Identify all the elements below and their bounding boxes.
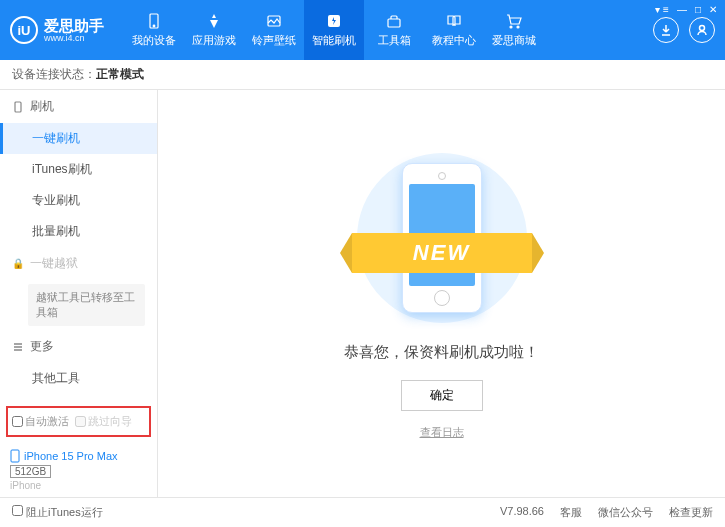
flash-icon [324, 12, 344, 30]
sidebar-item-itunes[interactable]: iTunes刷机 [0, 154, 157, 185]
status-value: 正常模式 [96, 66, 144, 83]
list-icon [12, 341, 24, 353]
cart-icon [504, 12, 524, 30]
nav-my-device[interactable]: 我的设备 [124, 0, 184, 60]
success-message: 恭喜您，保资料刷机成功啦！ [344, 343, 539, 362]
status-bar: 设备连接状态： 正常模式 [0, 60, 725, 90]
footer-update[interactable]: 检查更新 [669, 505, 713, 520]
footer-support[interactable]: 客服 [560, 505, 582, 520]
jailbreak-tip: 越狱工具已转移至工具箱 [28, 284, 145, 326]
menu-group-flash[interactable]: 刷机 [0, 90, 157, 123]
header: iU 爱思助手 www.i4.cn 我的设备 应用游戏 铃声壁纸 智能刷机 工具… [0, 0, 725, 60]
user-button[interactable] [689, 17, 715, 43]
maximize-icon[interactable]: □ [695, 4, 701, 15]
close-icon[interactable]: ✕ [709, 4, 717, 15]
main-content: NEW 恭喜您，保资料刷机成功啦！ 确定 查看日志 [158, 90, 725, 497]
logo: iU 爱思助手 www.i4.cn [10, 16, 104, 44]
svg-rect-9 [11, 450, 19, 462]
device-info: iPhone 15 Pro Max 512GB iPhone [0, 443, 157, 497]
sidebar-item-pro[interactable]: 专业刷机 [0, 185, 157, 216]
image-icon [264, 12, 284, 30]
device-name[interactable]: iPhone 15 Pro Max [10, 449, 147, 463]
svg-point-6 [517, 26, 519, 28]
app-url: www.i4.cn [44, 33, 104, 43]
app-name: 爱思助手 [44, 18, 104, 33]
storage-badge: 512GB [10, 465, 51, 478]
small-phone-icon [10, 449, 20, 463]
sidebar-item-other[interactable]: 其他工具 [0, 363, 157, 394]
minimize-icon[interactable]: — [677, 4, 687, 15]
sidebar: 刷机 一键刷机 iTunes刷机 专业刷机 批量刷机 🔒 一键越狱 越狱工具已转… [0, 90, 158, 497]
device-type: iPhone [10, 480, 147, 491]
menu-group-jailbreak[interactable]: 🔒 一键越狱 [0, 247, 157, 280]
nav-flash[interactable]: 智能刷机 [304, 0, 364, 60]
status-label: 设备连接状态： [12, 66, 96, 83]
book-icon [444, 12, 464, 30]
apps-icon [204, 12, 224, 30]
svg-point-1 [153, 25, 155, 27]
new-ribbon: NEW [352, 233, 532, 273]
sidebar-item-batch[interactable]: 批量刷机 [0, 216, 157, 247]
sidebar-item-oneclick[interactable]: 一键刷机 [0, 123, 157, 154]
lock-icon: 🔒 [12, 258, 24, 269]
skip-guide-checkbox[interactable]: 跳过向导 [75, 414, 132, 429]
svg-point-5 [510, 26, 512, 28]
nav-tutorials[interactable]: 教程中心 [424, 0, 484, 60]
menu-group-more[interactable]: 更多 [0, 330, 157, 363]
nav-store[interactable]: 爱思商城 [484, 0, 544, 60]
nav: 我的设备 应用游戏 铃声壁纸 智能刷机 工具箱 教程中心 爱思商城 [124, 0, 653, 60]
ok-button[interactable]: 确定 [401, 380, 483, 411]
menu-icon[interactable]: ▾ ≡ [655, 4, 669, 15]
sidebar-item-download[interactable]: 下载固件 [0, 394, 157, 400]
device-icon [144, 12, 164, 30]
options-highlight: 自动激活 跳过向导 [6, 406, 151, 437]
nav-toolbox[interactable]: 工具箱 [364, 0, 424, 60]
footer-wechat[interactable]: 微信公众号 [598, 505, 653, 520]
download-button[interactable] [653, 17, 679, 43]
svg-rect-4 [388, 19, 400, 27]
svg-rect-8 [15, 102, 21, 112]
phone-icon [12, 101, 24, 113]
nav-apps[interactable]: 应用游戏 [184, 0, 244, 60]
nav-ringtones[interactable]: 铃声壁纸 [244, 0, 304, 60]
auto-activate-checkbox[interactable]: 自动激活 [12, 414, 69, 429]
block-itunes-checkbox[interactable]: 阻止iTunes运行 [12, 505, 103, 520]
svg-point-7 [700, 26, 705, 31]
toolbox-icon [384, 12, 404, 30]
view-log-link[interactable]: 查看日志 [420, 425, 464, 440]
footer: 阻止iTunes运行 V7.98.66 客服 微信公众号 检查更新 [0, 497, 725, 527]
logo-icon: iU [10, 16, 38, 44]
version-label: V7.98.66 [500, 505, 544, 520]
success-illustration: NEW [342, 148, 542, 328]
